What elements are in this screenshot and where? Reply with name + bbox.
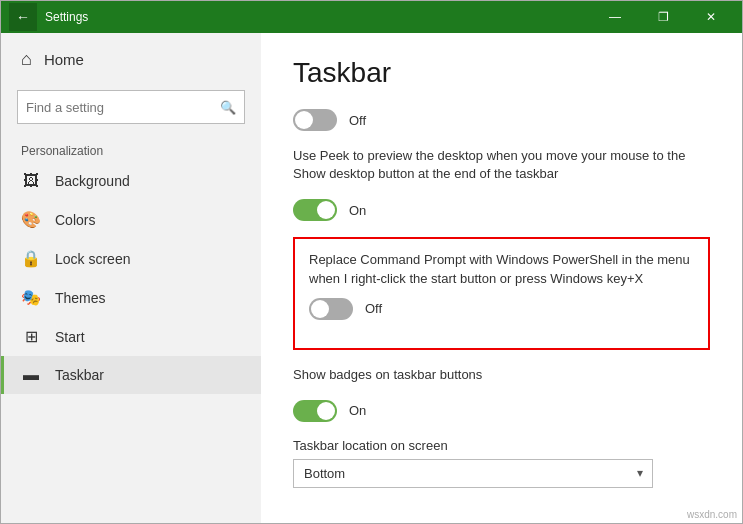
toggle-1[interactable] [293,109,337,131]
taskbar-location-select[interactable]: Bottom Top Left Right [293,459,653,488]
close-button[interactable]: ✕ [688,1,734,33]
badges-description: Show badges on taskbar buttons [293,366,710,384]
toggle-row-2: On [293,199,710,221]
app-body: ⌂ Home 🔍 Personalization 🖼 Background 🎨 … [1,33,742,523]
toggle-3[interactable] [309,298,353,320]
search-button[interactable]: 🔍 [212,91,244,123]
peek-description: Use Peek to preview the desktop when you… [293,147,710,183]
sidebar-item-lock-screen[interactable]: 🔒 Lock screen [1,239,261,278]
sidebar-item-label-themes: Themes [55,290,106,306]
toggle-row-4: On [293,400,710,422]
colors-icon: 🎨 [21,210,41,229]
title-bar: ← Settings — ❐ ✕ [1,1,742,33]
home-icon: ⌂ [21,49,32,70]
sidebar-item-taskbar[interactable]: ▬ Taskbar [1,356,261,394]
taskbar-location-row: Taskbar location on screen Bottom Top Le… [293,438,710,488]
start-icon: ⊞ [21,327,41,346]
toggle-row-1: Off [293,109,710,131]
watermark: wsxdn.com [687,509,737,520]
toggle-knob-1 [295,111,313,129]
dropdown-wrapper: Bottom Top Left Right [293,459,653,488]
sidebar-item-label-taskbar: Taskbar [55,367,104,383]
toggle-4[interactable] [293,400,337,422]
lock-screen-icon: 🔒 [21,249,41,268]
sidebar-item-themes[interactable]: 🎭 Themes [1,278,261,317]
sidebar-section-label: Personalization [1,136,261,162]
taskbar-location-label: Taskbar location on screen [293,438,710,453]
back-icon: ← [16,9,30,25]
toggle-label-1: Off [349,113,366,128]
toggle-2[interactable] [293,199,337,221]
home-label: Home [44,51,84,68]
background-icon: 🖼 [21,172,41,190]
toggle-row-3: Off [309,298,694,320]
sidebar-item-colors[interactable]: 🎨 Colors [1,200,261,239]
sidebar-item-label-start: Start [55,329,85,345]
toggle-knob-3 [311,300,329,318]
search-box: 🔍 [17,90,245,124]
peek-description-text: Use Peek to preview the desktop when you… [293,147,693,183]
sidebar-item-background[interactable]: 🖼 Background [1,162,261,200]
sidebar-home-item[interactable]: ⌂ Home [1,33,261,86]
toggle-label-4: On [349,403,366,418]
content-area: Taskbar Off Use Peek to preview the desk… [261,33,742,523]
page-title: Taskbar [293,57,710,89]
back-button[interactable]: ← [9,3,37,31]
window-controls: — ❐ ✕ [592,1,734,33]
taskbar-icon: ▬ [21,366,41,384]
toggle-knob-4 [317,402,335,420]
sidebar-item-label-lock-screen: Lock screen [55,251,130,267]
restore-button[interactable]: ❐ [640,1,686,33]
toggle-label-3: Off [365,301,382,316]
toggle-knob-2 [317,201,335,219]
sidebar: ⌂ Home 🔍 Personalization 🖼 Background 🎨 … [1,33,261,523]
search-icon: 🔍 [220,100,236,115]
toggle-label-2: On [349,203,366,218]
powershell-highlight-box: Replace Command Prompt with Windows Powe… [293,237,710,349]
badges-description-text: Show badges on taskbar buttons [293,366,693,384]
sidebar-item-start[interactable]: ⊞ Start [1,317,261,356]
sidebar-item-label-background: Background [55,173,130,189]
themes-icon: 🎭 [21,288,41,307]
powershell-description-text: Replace Command Prompt with Windows Powe… [309,251,694,287]
title-bar-title: Settings [45,10,592,24]
minimize-button[interactable]: — [592,1,638,33]
search-input[interactable] [18,94,212,121]
sidebar-item-label-colors: Colors [55,212,95,228]
